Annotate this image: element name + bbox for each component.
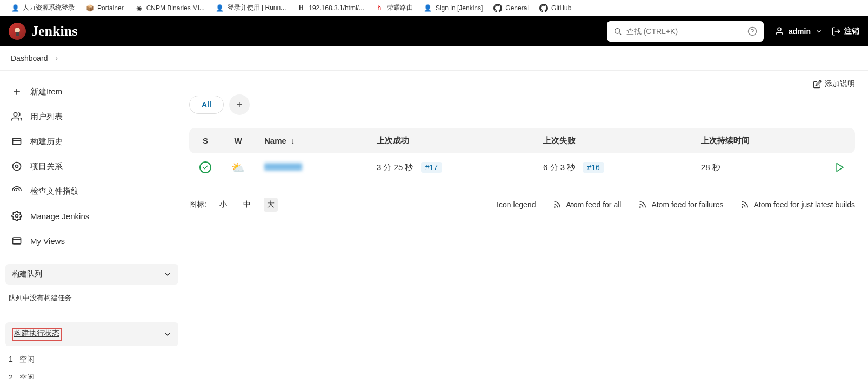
build-link[interactable]: #17 [421,162,442,173]
jenkins-logo[interactable]: Jenkins [9,23,77,40]
svg-point-13 [13,163,21,171]
icon-size-medium[interactable]: 中 [240,198,254,212]
jenkins-icon: 👤 [424,4,432,12]
bookmark-item[interactable]: ◉CNPM Binaries Mi... [135,4,205,12]
sidebar-item-label: My Views [30,236,65,246]
col-header-status[interactable]: S [189,128,222,153]
svg-point-15 [16,215,18,218]
status-success-icon [199,161,211,173]
icon-size-large[interactable]: 大 [264,198,278,212]
job-name-cell[interactable] [255,153,367,181]
window-icon [11,235,23,247]
jenkins-header: Jenkins admin 注销 [0,16,868,46]
executor-row: 1 空闲 [8,350,176,369]
feed-all-link[interactable]: Atom feed for all [553,200,621,209]
sidebar-item-relationship[interactable]: 项目关系 [5,154,178,179]
svg-point-6 [778,28,781,31]
job-name-redacted [264,163,302,171]
build-now-cell [825,153,855,181]
icon-size-small[interactable]: 小 [216,198,230,212]
jenkins-icon: 👤 [11,4,19,12]
col-header-name[interactable]: Name ↓ [255,128,367,153]
user-menu[interactable]: admin [774,26,823,36]
executor-number: 2 [9,373,13,379]
logout-button[interactable]: 注销 [831,26,859,36]
jenkins-logo-text: Jenkins [31,23,77,39]
feed-failures-link[interactable]: Atom feed for failures [638,200,723,209]
help-icon[interactable] [747,26,757,36]
bookmark-item[interactable]: GitHub [539,4,571,12]
build-queue-header[interactable]: 构建队列 [5,264,178,285]
bookmark-label: Sign in [Jenkins] [436,4,483,12]
bookmark-item[interactable]: h荣耀路由 [375,3,413,12]
tab-all[interactable]: All [189,96,224,114]
fingerprint-icon [11,185,23,197]
sidebar-item-new[interactable]: 新建Item [5,79,178,104]
weather-partly-cloudy-icon: ⛅ [231,161,245,173]
jenkins-icon: 👤 [216,4,224,12]
feed-label: Atom feed for just latest builds [753,200,855,209]
icon-size-label: 图标: [189,200,206,209]
sidebar-item-myviews[interactable]: My Views [5,228,178,253]
bookmark-item[interactable]: 👤人力资源系统登录 [11,3,75,12]
gear-icon [11,210,23,222]
add-description-button[interactable]: 添加说明 [813,79,855,89]
weather-cell: ⛅ [222,153,255,181]
bookmark-label: 登录并使用 | Runn... [228,3,286,12]
bookmark-label: CNPM Binaries Mi... [146,4,205,12]
user-icon [774,26,784,36]
feed-label: Atom feed for failures [651,200,723,209]
target-icon [11,160,23,172]
bookmark-item[interactable]: 👤登录并使用 | Runn... [216,3,286,12]
status-cell [189,153,222,181]
rss-icon [553,200,562,209]
search-input[interactable] [626,27,747,36]
sidebar-item-label: 构建历史 [30,137,63,147]
sidebar-item-manage[interactable]: Manage Jenkins [5,204,178,228]
search-box[interactable] [607,21,764,42]
executor-number: 1 [9,355,13,364]
build-executor-header[interactable]: 构建执行状态 [5,322,178,346]
last-success-cell: 3 分 25 秒 #17 [367,153,533,181]
github-icon [539,4,548,12]
feed-latest-link[interactable]: Atom feed for just latest builds [740,200,855,209]
rss-icon [740,200,749,209]
bookmark-label: 192.168.3.1/html/... [309,4,364,12]
github-icon [493,4,502,12]
build-executor-body: 1 空闲 2 空闲 [5,346,178,379]
bookmark-item[interactable]: H192.168.3.1/html/... [297,4,364,12]
bookmark-item[interactable]: 👤Sign in [Jenkins] [424,4,483,12]
portainer-icon: 📦 [85,4,94,12]
rss-icon [638,200,647,209]
breadcrumb: Dashboard › [0,46,868,71]
h-icon: H [297,4,305,12]
tab-add-button[interactable]: + [229,94,250,115]
edit-icon [813,80,822,89]
svg-marker-18 [837,164,843,172]
bookmark-item[interactable]: 📦Portainer [85,4,124,12]
feed-links: Icon legend Atom feed for all Atom feed … [497,200,855,209]
col-header-last-failure[interactable]: 上次失败 [533,128,691,153]
table-row[interactable]: ⛅ 3 分 25 秒 #17 6 分 3 秒 #16 28 秒 [189,153,855,181]
bookmark-label: General [505,4,529,12]
build-queue-title: 构建队列 [12,269,42,279]
build-executor-title: 构建执行状态 [14,329,59,337]
bookmark-item[interactable]: General [493,4,529,12]
job-table: S W Name ↓ 上次成功 上次失败 上次持续时间 ⛅ [189,128,855,181]
honor-icon: h [375,4,384,12]
svg-rect-11 [13,138,21,145]
col-header-last-success[interactable]: 上次成功 [367,128,533,153]
plus-icon [11,86,23,98]
icon-legend-link[interactable]: Icon legend [497,200,536,209]
breadcrumb-dashboard[interactable]: Dashboard [11,54,48,63]
bookmark-label: 人力资源系统登录 [23,3,75,12]
add-description-label: 添加说明 [825,79,855,89]
col-header-last-duration[interactable]: 上次持续时间 [691,128,825,153]
build-now-button[interactable] [834,162,845,171]
build-link[interactable]: #16 [583,162,604,173]
col-header-weather[interactable]: W [222,128,255,153]
sidebar-item-fingerprint[interactable]: 检查文件指纹 [5,179,178,204]
sidebar-item-history[interactable]: 构建历史 [5,129,178,154]
search-icon [613,27,622,36]
sidebar-item-people[interactable]: 用户列表 [5,104,178,129]
